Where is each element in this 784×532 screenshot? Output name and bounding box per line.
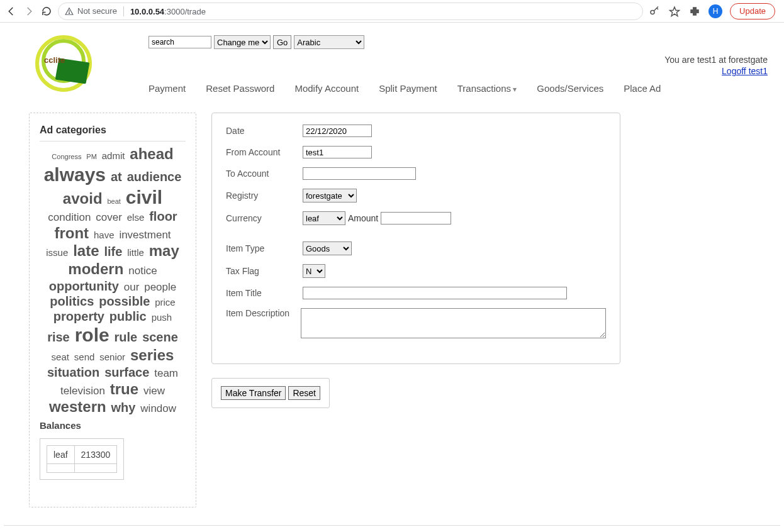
tag-have[interactable]: have	[92, 230, 116, 240]
tag-role[interactable]: role	[74, 324, 111, 345]
forward-icon[interactable]	[23, 5, 35, 18]
star-icon[interactable]	[668, 5, 681, 18]
address-bar[interactable]: Not secure 10.0.0.54:3000/trade	[58, 3, 643, 20]
logoff-link[interactable]: Logoff test1	[722, 66, 768, 76]
main-content: Date From Account To Account Registry fo…	[211, 113, 774, 408]
tag-cloud: Congress PM admit ahead always at audien…	[40, 145, 186, 416]
nav-place-ad[interactable]: Place Ad	[624, 83, 661, 94]
nav-goods-services[interactable]: Goods/Services	[537, 83, 603, 94]
tag-opportunity[interactable]: opportunity	[48, 279, 120, 293]
registry-select[interactable]: forestgate	[303, 189, 357, 202]
label-from: From Account	[226, 147, 303, 157]
tag-beat[interactable]: beat	[106, 197, 121, 205]
tag-audience[interactable]: audience	[126, 170, 183, 184]
label-currency: Currency	[226, 213, 303, 223]
tag-else[interactable]: else	[126, 212, 146, 223]
tag-may[interactable]: may	[148, 242, 181, 259]
tag-push[interactable]: push	[150, 312, 174, 323]
nav-modify-account[interactable]: Modify Account	[294, 83, 359, 94]
tag-civil[interactable]: civil	[125, 187, 164, 208]
currency-select[interactable]: leaf	[303, 211, 345, 225]
tag-rule[interactable]: rule	[113, 330, 139, 344]
tag-at[interactable]: at	[109, 170, 123, 184]
tag-life[interactable]: life	[103, 245, 123, 258]
reload-icon[interactable]	[40, 5, 53, 18]
not-secure-indicator: Not secure	[65, 6, 117, 16]
tag-our[interactable]: our	[123, 281, 141, 293]
tag-possible[interactable]: possible	[98, 294, 151, 308]
tag-modern[interactable]: modern	[67, 260, 125, 277]
balances-table: leaf 213300	[40, 438, 124, 480]
nav-split-payment[interactable]: Split Payment	[379, 83, 437, 94]
tag-investment[interactable]: investment	[118, 229, 172, 241]
tag-people[interactable]: people	[143, 281, 177, 293]
balances-heading: Balances	[40, 420, 186, 431]
tag-rise[interactable]: rise	[46, 330, 71, 344]
sidebar-title: Ad categories	[40, 125, 186, 141]
tag-avoid[interactable]: avoid	[62, 190, 104, 207]
tag-true[interactable]: true	[109, 380, 140, 397]
tag-pm[interactable]: PM	[85, 153, 98, 160]
tag-issue[interactable]: issue	[45, 247, 69, 258]
tag-condition[interactable]: condition	[47, 211, 92, 223]
item-type-select[interactable]: Goods	[303, 241, 352, 255]
tag-front[interactable]: front	[53, 224, 90, 241]
tag-always[interactable]: always	[43, 164, 107, 185]
logo[interactable]: cclite	[35, 35, 98, 92]
profile-avatar[interactable]: H	[708, 4, 722, 18]
tag-seat[interactable]: seat	[50, 352, 70, 362]
tag-view[interactable]: view	[142, 385, 166, 397]
make-transfer-button[interactable]: Make Transfer	[221, 386, 286, 400]
tag-television[interactable]: television	[59, 385, 106, 397]
back-icon[interactable]	[5, 5, 18, 18]
amount-input[interactable]	[381, 212, 451, 224]
item-title-input[interactable]	[303, 287, 567, 299]
tag-team[interactable]: team	[153, 367, 179, 379]
tag-send[interactable]: send	[73, 352, 96, 362]
url-host: 10.0.0.54	[130, 7, 164, 16]
balance-amount: 213300	[74, 446, 117, 464]
tag-floor[interactable]: floor	[148, 209, 178, 223]
main-nav: Payment Reset Password Modify Account Sp…	[148, 83, 774, 94]
search-input[interactable]	[148, 36, 211, 48]
tag-property[interactable]: property	[52, 309, 106, 323]
go-button[interactable]: Go	[273, 35, 291, 49]
label-item-title: Item Title	[226, 288, 303, 298]
tag-situation[interactable]: situation	[46, 365, 101, 379]
tag-notice[interactable]: notice	[127, 265, 158, 277]
extensions-icon[interactable]	[688, 5, 701, 18]
tag-price[interactable]: price	[154, 297, 177, 308]
tag-cover[interactable]: cover	[94, 211, 123, 223]
reset-button[interactable]: Reset	[288, 386, 320, 400]
item-description-textarea[interactable]	[301, 308, 606, 338]
tag-window[interactable]: window	[139, 402, 177, 414]
sort-select[interactable]: Change me	[214, 35, 271, 49]
nav-transactions[interactable]: Transactions	[457, 83, 517, 94]
tag-congress[interactable]: Congress	[50, 153, 82, 160]
tag-western[interactable]: western	[48, 398, 108, 415]
tag-public[interactable]: public	[108, 309, 148, 323]
not-secure-label: Not secure	[77, 6, 117, 16]
tag-series[interactable]: series	[129, 346, 175, 363]
update-button[interactable]: Update	[730, 3, 775, 19]
tax-flag-select[interactable]: N	[303, 264, 325, 278]
nav-reset-password[interactable]: Reset Password	[206, 83, 274, 94]
tag-politics[interactable]: politics	[48, 294, 95, 308]
tag-admit[interactable]: admit	[101, 150, 126, 161]
tag-little[interactable]: little	[126, 247, 145, 258]
from-account-input[interactable]	[303, 146, 372, 158]
tag-late[interactable]: late	[72, 242, 100, 259]
tag-why[interactable]: why	[110, 401, 137, 414]
date-input[interactable]	[303, 125, 372, 137]
tag-senior[interactable]: senior	[98, 352, 126, 362]
language-select[interactable]: Arabic	[294, 35, 364, 49]
key-icon[interactable]	[648, 5, 661, 18]
tag-surface[interactable]: surface	[103, 365, 150, 379]
svg-point-1	[69, 13, 69, 13]
form-actions: Make Transfer Reset	[211, 378, 330, 408]
tag-scene[interactable]: scene	[141, 330, 179, 344]
to-account-input[interactable]	[303, 167, 416, 180]
nav-payment[interactable]: Payment	[148, 83, 186, 94]
label-to: To Account	[226, 169, 303, 179]
tag-ahead[interactable]: ahead	[128, 145, 174, 162]
